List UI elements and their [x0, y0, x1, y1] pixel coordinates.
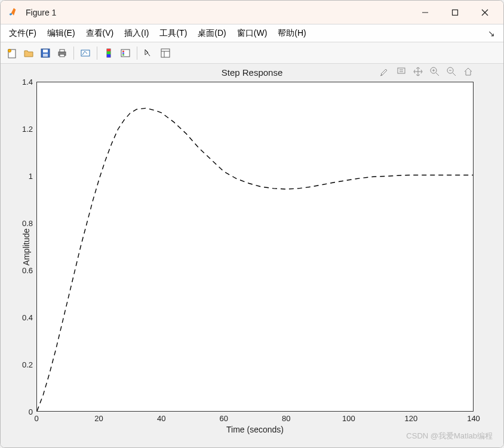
svg-rect-11 [60, 54, 64, 57]
y-tick-label: 0.2 [22, 360, 36, 369]
minimize-button[interactable] [411, 3, 439, 22]
menu-view[interactable]: 查看(V) [81, 26, 119, 41]
close-button[interactable] [471, 3, 499, 22]
figure-window: Figure 1 文件(F) 编辑(E) 查看(V) 插入(I) 工具(T) 桌… [0, 0, 504, 448]
menu-insert[interactable]: 插入(I) [119, 26, 153, 41]
axes[interactable]: 00.20.40.60.811.21.4 020406080100120140 … [36, 82, 474, 412]
y-axis-label: Amplitude [21, 228, 31, 265]
svg-rect-27 [398, 68, 405, 73]
x-tick-label: 40 [157, 412, 165, 423]
insert-colorbar-button[interactable] [101, 45, 116, 61]
toolbar [1, 42, 503, 64]
y-tick-label: 1.4 [22, 78, 36, 86]
pan-icon[interactable] [410, 64, 426, 79]
svg-rect-17 [107, 51, 110, 54]
y-tick-label: 0.8 [22, 219, 36, 228]
menu-tools[interactable]: 工具(T) [155, 26, 192, 41]
svg-rect-8 [43, 54, 48, 57]
x-tick-label: 100 [342, 412, 355, 423]
datatip-icon[interactable] [394, 64, 409, 79]
open-property-inspector-button[interactable] [158, 45, 173, 61]
y-tick-label: 1.2 [22, 125, 36, 134]
figure-area: Step Response 00.20.40.60.811.21.4 02040… [1, 64, 503, 447]
menu-file[interactable]: 文件(F) [4, 26, 41, 41]
svg-rect-16 [107, 49, 110, 51]
zoom-out-icon[interactable] [444, 64, 459, 79]
home-icon[interactable] [460, 64, 476, 79]
insert-legend-button[interactable] [118, 45, 133, 61]
axes-toolbar [377, 64, 476, 79]
maximize-button[interactable] [441, 3, 469, 22]
svg-rect-1 [453, 10, 458, 15]
menu-window[interactable]: 窗口(W) [232, 26, 272, 41]
menu-help[interactable]: 帮助(H) [273, 26, 311, 41]
matlab-icon [8, 7, 20, 18]
menu-edit[interactable]: 编辑(E) [42, 26, 80, 41]
y-tick-label: 0.4 [22, 313, 36, 322]
brush-icon[interactable] [377, 64, 392, 79]
x-tick-label: 20 [94, 412, 103, 423]
y-tick-label: 1 [29, 172, 36, 181]
svg-rect-10 [60, 50, 64, 52]
save-button[interactable] [38, 45, 53, 61]
edit-plot-button[interactable] [141, 45, 156, 61]
open-button[interactable] [21, 45, 36, 61]
x-tick-label: 80 [282, 412, 290, 423]
window-title: Figure 1 [26, 8, 56, 17]
print-button[interactable] [54, 45, 70, 61]
new-figure-button[interactable] [4, 45, 20, 61]
link-plot-button[interactable] [78, 45, 93, 61]
svg-rect-18 [107, 54, 110, 57]
svg-rect-7 [43, 50, 48, 52]
x-tick-label: 0 [34, 412, 38, 423]
x-tick-label: 120 [405, 412, 418, 423]
svg-rect-12 [81, 50, 90, 56]
x-tick-label: 60 [219, 412, 228, 423]
dock-arrow-icon[interactable]: ↘ [488, 29, 495, 38]
menubar: 文件(F) 编辑(E) 查看(V) 插入(I) 工具(T) 桌面(D) 窗口(W… [1, 24, 503, 42]
zoom-in-icon[interactable] [427, 64, 442, 79]
svg-line-35 [453, 73, 456, 76]
watermark-text: CSDN @我爱Matlab编程 [406, 431, 493, 441]
svg-rect-24 [161, 49, 170, 57]
x-tick-label: 140 [467, 412, 480, 423]
menu-desktop[interactable]: 桌面(D) [193, 26, 231, 41]
y-tick-label: 0.6 [22, 266, 36, 275]
svg-point-5 [8, 49, 11, 52]
svg-line-31 [436, 73, 439, 76]
titlebar: Figure 1 [1, 1, 503, 24]
